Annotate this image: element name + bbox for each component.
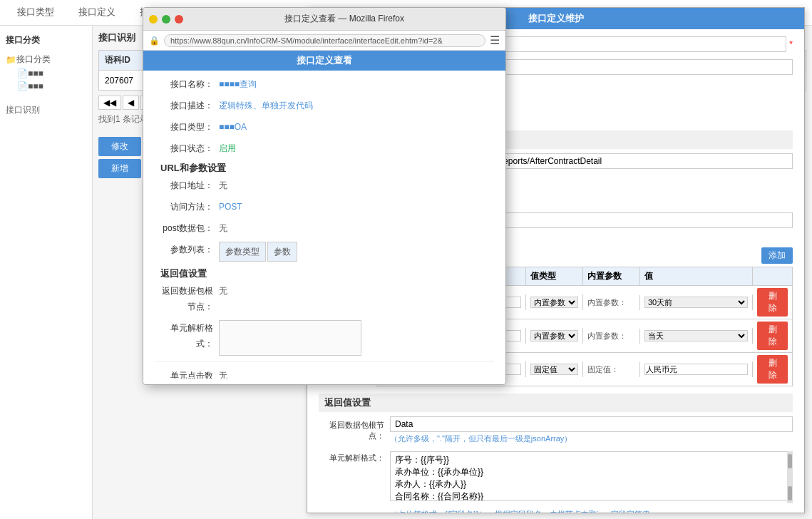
ph-valtype: 值类型: [526, 267, 583, 285]
file-icon-1: 📄: [17, 68, 28, 78]
ff-url-section: URL和参数设置: [155, 162, 494, 175]
ff-root-row: 返回数据包根节点： 无: [155, 283, 494, 314]
tree-child-2[interactable]: 📄 ■■■: [17, 80, 86, 93]
ph-val: 值: [640, 267, 753, 285]
ff-method-row: 访问方法： POST: [155, 199, 494, 215]
sidebar-tree: 📁 接口分类 📄 ■■■ 📄 ■■■: [6, 52, 86, 93]
pr3-builtin: 固定值：: [583, 362, 640, 377]
pr1-valtype: 内置参数固定值: [526, 294, 583, 310]
pr1-val: 30天前当天: [640, 294, 753, 310]
rp-name-required: *: [789, 39, 793, 49]
ff-params-tab2[interactable]: 参数: [267, 242, 297, 262]
ff-menu-icon[interactable]: ☰: [490, 34, 500, 47]
ff-params-tab1[interactable]: 参数类型: [219, 242, 266, 262]
firefox-window: 接口定义查看 — Mozilla Firefox 🔒 https://www.8…: [143, 7, 506, 385]
ff-restore-btn[interactable]: [162, 15, 170, 24]
pr3-del-button[interactable]: 删除: [757, 355, 788, 384]
left-sidebar: 接口分类 📁 接口分类 📄 ■■■ 📄 ■■■ 接口识别: [0, 26, 93, 519]
pr1-val-select[interactable]: 30天前当天: [644, 297, 748, 308]
ff-clickdata-row: 单元点击数据： 无: [155, 368, 494, 379]
parse-scrollbar-corner: [788, 486, 792, 500]
tree-root-label: 接口分类: [16, 53, 51, 66]
tree-child-1-label: ■■■: [28, 68, 43, 78]
rp-return-root-label: 返回数据包根节点：: [319, 420, 390, 441]
rp-parse-container: 序号：{{序号}} 承办单位：{{承办单位}} 承办人：{{承办人}} 合同名称…: [390, 451, 793, 503]
ff-parse-row: 单元解析格式：: [155, 320, 494, 356]
pr3-valtype-select[interactable]: 固定值内置参数: [530, 364, 578, 375]
ff-method-value: POST: [219, 199, 242, 215]
main-app: 接口类型 接口定义 接口识别 接口管理 接口分类 📁 接口分类 📄 ■■■ 📄 …: [0, 0, 812, 519]
rp-return-root-input[interactable]: [390, 416, 793, 432]
pr3-action: 删除: [753, 353, 792, 386]
ff-parse-textarea: [219, 320, 361, 356]
pr2-val: 当天30天前: [640, 328, 753, 344]
add-button[interactable]: 新增: [98, 159, 141, 178]
ff-minimize-btn[interactable]: [149, 15, 158, 24]
sidebar-id-label: 接口识别: [6, 104, 86, 116]
ff-type-value: ■■■OA: [219, 119, 247, 135]
rp-parse-row: 单元解析格式： 序号：{{序号}} 承办单位：{{承办单位}} 承办人：{{承办…: [319, 451, 793, 503]
ff-status-value: 启用: [219, 140, 236, 156]
ff-method-label: 访问方法：: [155, 199, 219, 215]
pr1-del-button[interactable]: 删除: [757, 288, 788, 317]
ff-params-label: 参数列表：: [155, 242, 219, 257]
ff-root-value: 无: [219, 283, 227, 299]
ff-params-row: 参数列表： 参数类型 参数: [155, 242, 494, 262]
pr2-action: 删除: [753, 319, 792, 352]
firefox-controls: [149, 15, 183, 24]
rp-return-section: 返回值设置: [319, 394, 793, 412]
tree-child-1[interactable]: 📄 ■■■: [17, 67, 86, 80]
ff-bottom-section: 单元点击数据： 无 单元点击标识： 无 结尾文本： 无 "更多"菜单code： …: [155, 361, 494, 379]
firefox-titlebar: 接口定义查看 — Mozilla Firefox: [143, 8, 505, 31]
ff-form: 接口名称： ■■■■查询 接口描述： 逻辑特殊、单独开发代码 接口类型： ■■■…: [143, 71, 505, 379]
pr3-val-input[interactable]: [644, 364, 748, 375]
firefox-title: 接口定义查看 — Mozilla Firefox: [189, 13, 500, 25]
tab-interface-def[interactable]: 接口定义: [67, 0, 127, 26]
ff-post-label: post数据包：: [155, 220, 219, 236]
ff-return-section: 返回值设置: [155, 267, 494, 280]
pr1-valtype-select[interactable]: 内置参数固定值: [530, 297, 578, 308]
ph-action: [753, 267, 792, 285]
tab-interface-type[interactable]: 接口类型: [6, 0, 66, 26]
ff-post-value: 无: [219, 220, 227, 236]
page-first-btn[interactable]: ◀◀: [98, 96, 121, 110]
ff-status-label: 接口状态：: [155, 140, 219, 156]
pr2-val-select[interactable]: 当天30天前: [644, 330, 748, 341]
sidebar-title: 接口分类: [6, 31, 86, 49]
parse-scrollbar[interactable]: [787, 451, 793, 503]
rp-parse-textarea[interactable]: 序号：{{序号}} 承办单位：{{承办单位}} 承办人：{{承办人}} 合同名称…: [390, 451, 793, 501]
tree-sub: 📄 ■■■ 📄 ■■■: [17, 67, 86, 93]
ff-close-btn[interactable]: [175, 15, 183, 24]
rp-parse-label: 单元解析格式：: [319, 451, 390, 463]
ff-desc-value: 逻辑特殊、单独开发代码: [219, 98, 313, 113]
pr2-valtype-select[interactable]: 内置参数固定值: [530, 330, 578, 341]
ff-name-value: ■■■■查询: [219, 76, 257, 92]
folder-icon: 📁: [6, 55, 16, 65]
pr3-valtype: 固定值内置参数: [526, 361, 583, 377]
pr2-del-button[interactable]: 删除: [757, 322, 788, 350]
tree-child-2-label: ■■■: [28, 81, 43, 91]
ff-type-label: 接口类型：: [155, 119, 219, 135]
modify-button[interactable]: 修改: [98, 137, 141, 156]
firefox-content: 接口定义查看 接口名称： ■■■■查询 接口描述： 逻辑特殊、单独开发代码 接口…: [143, 51, 505, 379]
ff-desc-label: 接口描述：: [155, 98, 219, 113]
params-add-button[interactable]: 添加: [761, 247, 793, 264]
rp-return-root-row: 返回数据包根节点： （允许多级，"."隔开，但只有最后一级是jsonArray）: [319, 416, 793, 444]
tree-root[interactable]: 📁 接口分类: [6, 52, 86, 67]
ff-clickdata-value: 无: [219, 368, 227, 379]
file-icon-2: 📄: [17, 81, 28, 91]
firefox-addressbar: 🔒 https://www.88qun.cn/InfoCRM-SM/module…: [143, 31, 505, 51]
ff-addr-row: 接口地址： 无: [155, 178, 494, 193]
pr2-builtin: 内置参数：: [583, 329, 640, 344]
ff-name-row: 接口名称： ■■■■查询: [155, 76, 494, 92]
rp-return-root-hint: （允许多级，"."隔开，但只有最后一级是jsonArray）: [390, 433, 793, 444]
lock-icon: 🔒: [149, 36, 160, 46]
pr1-builtin: 内置参数：: [583, 295, 640, 310]
ff-addr-value: 无: [219, 178, 227, 193]
address-bar-url[interactable]: https://www.88qun.cn/InfoCRM-SM/module/i…: [164, 34, 485, 47]
pr1-action: 删除: [753, 286, 792, 319]
page-prev-btn[interactable]: ◀: [123, 96, 139, 110]
action-buttons: 修改 新增: [98, 137, 141, 178]
ff-desc-row: 接口描述： 逻辑特殊、单独开发代码: [155, 98, 494, 113]
ff-inner-header: 接口定义查看: [143, 51, 505, 71]
